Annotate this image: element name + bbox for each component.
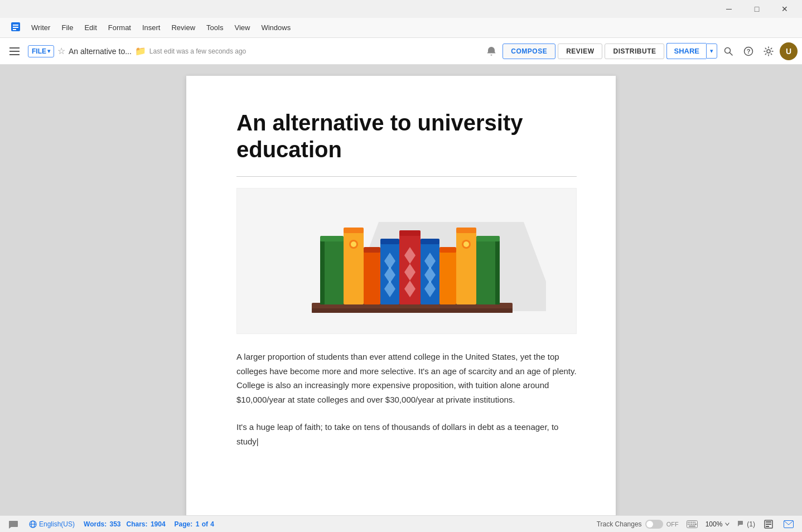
svg-point-14 — [321, 261, 324, 283]
svg-rect-21 — [364, 247, 380, 253]
keyboard-icon[interactable] — [685, 518, 699, 531]
language-label: English(US) — [39, 520, 75, 528]
menu-edit[interactable]: Edit — [80, 21, 101, 34]
favorite-star-icon[interactable]: ☆ — [57, 46, 65, 56]
document-heading: An alternative to university education — [236, 109, 577, 163]
menu-tools[interactable]: Tools — [202, 21, 228, 34]
svg-line-5 — [730, 52, 733, 55]
toolbar-right: COMPOSE REVIEW DISTRIBUTE SHARE ▾ ? — [482, 42, 798, 60]
language-selector[interactable]: English(US) — [29, 520, 75, 528]
svg-rect-53 — [691, 521, 692, 523]
paragraph-1: A larger proportion of students than eve… — [236, 350, 577, 407]
svg-point-19 — [351, 241, 356, 247]
title-bar: ─ □ ✕ — [0, 0, 802, 18]
svg-rect-36 — [421, 239, 439, 244]
svg-rect-65 — [766, 526, 769, 527]
svg-rect-59 — [693, 524, 694, 525]
review-tab[interactable]: REVIEW — [558, 43, 602, 59]
comment-status-button[interactable] — [7, 518, 20, 531]
app-icon — [7, 20, 25, 35]
svg-rect-55 — [694, 521, 695, 523]
user-avatar[interactable]: U — [780, 42, 798, 60]
file-button[interactable]: FILE ▾ — [28, 45, 54, 57]
search-button[interactable] — [719, 42, 737, 60]
heading-divider — [236, 176, 577, 177]
status-bar: English(US) Words: 353 Chars: 1904 Page:… — [0, 515, 802, 532]
word-count: Words: 353 Chars: 1904 — [84, 520, 166, 528]
svg-rect-57 — [689, 524, 690, 525]
zoom-control[interactable]: 100% — [706, 520, 731, 528]
svg-rect-61 — [689, 525, 695, 526]
svg-rect-63 — [766, 521, 771, 523]
comments-count[interactable]: (1) — [737, 520, 755, 529]
book-image — [236, 188, 577, 334]
svg-rect-60 — [694, 524, 697, 525]
minimize-button[interactable]: ─ — [716, 0, 742, 18]
page-info: Page: 1 of 4 — [175, 520, 214, 528]
maximize-button[interactable]: □ — [744, 0, 770, 18]
main-area: An alternative to university education — [0, 65, 802, 515]
svg-rect-46 — [476, 236, 500, 241]
svg-point-42 — [463, 241, 469, 247]
close-button[interactable]: ✕ — [772, 0, 798, 18]
share-button[interactable]: SHARE — [666, 43, 706, 59]
document-container: An alternative to university education — [0, 65, 802, 515]
svg-rect-17 — [344, 228, 364, 233]
notification-bell-button[interactable] — [482, 42, 500, 60]
zoom-value: 100% — [706, 520, 723, 528]
svg-rect-56 — [688, 524, 689, 525]
svg-rect-51 — [688, 521, 689, 523]
file-dropdown-icon: ▾ — [47, 48, 50, 54]
svg-rect-20 — [364, 250, 380, 304]
svg-rect-38 — [439, 247, 456, 253]
help-button[interactable]: ? — [740, 42, 757, 60]
menu-file[interactable]: File — [57, 21, 78, 34]
print-layout-button[interactable] — [762, 518, 775, 531]
track-changes-switch[interactable] — [645, 520, 663, 529]
svg-rect-1 — [13, 25, 18, 26]
document-page: An alternative to university education — [186, 76, 616, 515]
track-changes-toggle[interactable]: Track Changes OFF — [597, 520, 679, 529]
svg-rect-54 — [693, 521, 694, 523]
menu-format[interactable]: Format — [104, 21, 136, 34]
svg-point-8 — [767, 50, 770, 53]
last-edit-status: Last edit was a few seconds ago — [149, 47, 479, 55]
folder-icon[interactable]: 📁 — [135, 46, 146, 56]
paragraph-2: It's a huge leap of faith; to take on te… — [236, 420, 577, 448]
menu-view[interactable]: View — [230, 21, 254, 34]
svg-rect-15 — [320, 236, 344, 241]
comments-count-badge: (1) — [747, 520, 755, 528]
svg-point-45 — [496, 261, 499, 283]
menu-insert[interactable]: Insert — [138, 21, 165, 34]
svg-rect-26 — [380, 239, 399, 244]
menu-bar: Writer File Edit Format Insert Review To… — [0, 18, 802, 38]
svg-rect-2 — [13, 27, 18, 28]
svg-rect-40 — [456, 228, 476, 233]
menu-windows[interactable]: Windows — [257, 21, 295, 34]
toolbar: FILE ▾ ☆ An alternative to... 📁 Last edi… — [0, 38, 802, 65]
menu-review[interactable]: Review — [167, 21, 200, 34]
file-label: FILE — [32, 47, 46, 55]
share-dropdown-button[interactable]: ▾ — [706, 43, 717, 59]
track-changes-state: OFF — [666, 521, 679, 528]
svg-rect-37 — [439, 250, 456, 304]
document-title: An alternative to... — [69, 47, 132, 56]
svg-rect-58 — [691, 524, 692, 525]
svg-rect-28 — [399, 230, 421, 236]
svg-text:?: ? — [747, 48, 751, 55]
svg-rect-11 — [312, 308, 513, 313]
status-left: English(US) Words: 353 Chars: 1904 Page:… — [7, 518, 588, 531]
svg-rect-3 — [13, 29, 16, 30]
track-changes-label: Track Changes — [597, 520, 642, 528]
distribute-tab[interactable]: DISTRIBUTE — [605, 43, 664, 59]
svg-rect-52 — [689, 521, 690, 523]
status-right: Track Changes OFF 100% — [597, 518, 795, 531]
compose-tab[interactable]: COMPOSE — [503, 43, 555, 59]
hamburger-button[interactable] — [4, 41, 25, 61]
svg-rect-64 — [766, 524, 771, 525]
email-button[interactable] — [782, 518, 795, 531]
menu-writer[interactable]: Writer — [27, 21, 55, 34]
settings-button[interactable] — [760, 42, 777, 60]
